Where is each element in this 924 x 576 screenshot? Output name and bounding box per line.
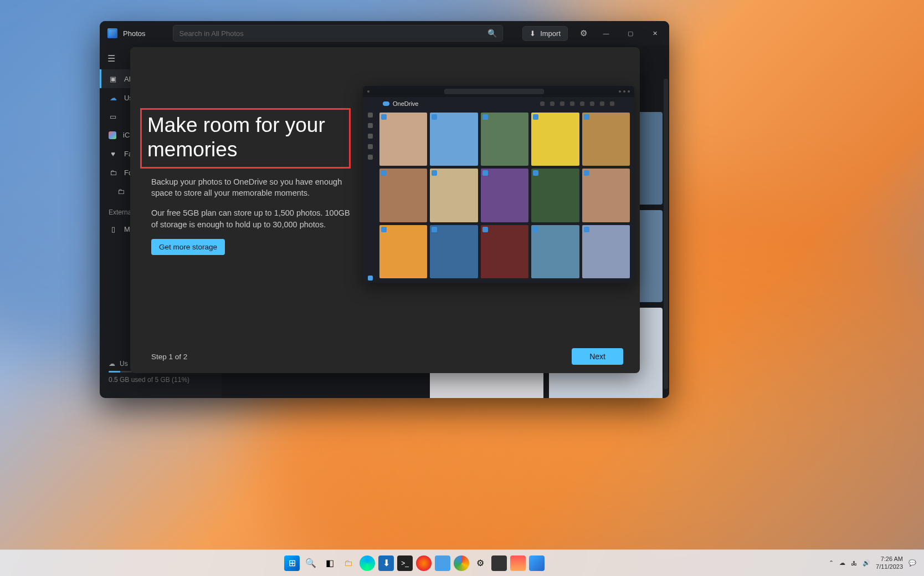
notifications-icon[interactable]: 💬	[908, 559, 916, 567]
preview-thumb	[481, 169, 528, 222]
dialog-text-1: Backup your photos to OneDrive so you ha…	[151, 176, 351, 199]
onedrive-label: OneDrive	[393, 100, 418, 107]
get-more-storage-button[interactable]: Get more storage	[151, 239, 225, 255]
preview-thumb	[379, 225, 427, 278]
settings-icon[interactable]: ⚙	[473, 555, 488, 571]
terminal-icon[interactable]: >_	[397, 555, 413, 571]
preview-thumb	[582, 113, 630, 166]
preview-thumb	[430, 169, 478, 222]
dialog-text-2: Our free 5GB plan can store up to 1,500 …	[151, 207, 351, 230]
heart-icon: ♥	[109, 149, 117, 158]
time-text: 7:26 AM	[876, 555, 903, 563]
photos-app-icon	[107, 28, 117, 38]
edge-icon[interactable]	[360, 555, 375, 571]
app-icon[interactable]	[510, 555, 526, 571]
folder-icon: 🗀	[109, 168, 117, 177]
preview-thumb	[379, 169, 427, 222]
photos-taskbar-icon[interactable]	[529, 555, 545, 571]
phone-icon: ▯	[109, 225, 117, 233]
chevron-up-icon[interactable]: ⌃	[829, 559, 834, 567]
memory-icon: ▭	[109, 112, 117, 121]
titlebar: Photos 🔍 ⬇ Import ⚙ — ▢ ✕	[100, 21, 669, 45]
import-button[interactable]: ⬇ Import	[522, 26, 568, 41]
preview-thumb	[531, 113, 579, 166]
preview-thumb	[582, 169, 630, 222]
store-icon[interactable]: ⬇	[378, 555, 394, 571]
onedrive-preview-image: OneDrive	[363, 86, 634, 283]
onedrive-promo-dialog: Make room for your memories Backup your …	[130, 47, 640, 373]
image-icon: ▣	[109, 74, 117, 83]
import-icon: ⬇	[530, 29, 536, 38]
close-button[interactable]: ✕	[643, 21, 667, 45]
maximize-button[interactable]: ▢	[618, 21, 643, 45]
search-icon[interactable]: 🔍	[487, 29, 497, 38]
folder-icon: 🗀	[116, 187, 125, 196]
taskbar-search-icon[interactable]: 🔍	[303, 555, 319, 571]
dialog-title: Make room for your memories	[147, 113, 343, 162]
app-icon[interactable]	[491, 555, 507, 571]
preview-thumb	[379, 113, 427, 166]
chrome-icon[interactable]	[454, 555, 469, 571]
notepad-icon[interactable]	[435, 555, 450, 571]
step-indicator: Step 1 of 2	[151, 353, 187, 361]
next-button[interactable]: Next	[572, 348, 623, 365]
icloud-icon	[109, 131, 116, 139]
preview-thumb	[531, 225, 579, 278]
highlighted-region: Make room for your memories	[140, 108, 351, 169]
storage-text: 0.5 GB used of 5 GB (11%)	[109, 376, 213, 384]
search-box[interactable]: 🔍	[173, 25, 503, 42]
network-icon[interactable]: 🖧	[851, 560, 857, 567]
preview-thumb	[430, 113, 478, 166]
cloud-icon: ☁	[109, 360, 115, 368]
preview-thumb	[481, 225, 528, 278]
minimize-button[interactable]: —	[594, 21, 618, 45]
app-title: Photos	[123, 29, 145, 38]
start-button[interactable]: ⊞	[284, 555, 300, 571]
preview-thumb	[582, 225, 630, 278]
preview-thumb	[531, 169, 579, 222]
volume-icon[interactable]: 🔊	[863, 559, 870, 567]
onedrive-tray-icon[interactable]: ☁	[839, 559, 845, 567]
date-text: 7/11/2023	[876, 563, 903, 570]
search-input[interactable]	[179, 29, 487, 38]
clock[interactable]: 7:26 AM 7/11/2023	[876, 555, 903, 570]
file-explorer-icon[interactable]: 🗀	[341, 555, 356, 571]
import-label: Import	[540, 29, 561, 38]
settings-icon[interactable]: ⚙	[580, 28, 587, 38]
system-tray[interactable]: ⌃ ☁ 🖧 🔊 7:26 AM 7/11/2023 💬	[829, 555, 924, 570]
preview-thumb	[430, 225, 478, 278]
scrollbar[interactable]	[664, 79, 668, 389]
onedrive-icon	[383, 101, 389, 106]
task-view-icon[interactable]: ◧	[322, 555, 337, 571]
cloud-icon: ☁	[109, 93, 117, 102]
windows-taskbar: ⊞ 🔍 ◧ 🗀 ⬇ >_ ⚙ ⌃ ☁ 🖧 🔊 7:26 AM 7/11/2023…	[0, 549, 924, 576]
preview-thumb	[481, 113, 528, 166]
firefox-icon[interactable]	[416, 555, 432, 571]
hamburger-icon[interactable]: ☰	[107, 53, 119, 64]
storage-title: Us	[120, 360, 128, 368]
